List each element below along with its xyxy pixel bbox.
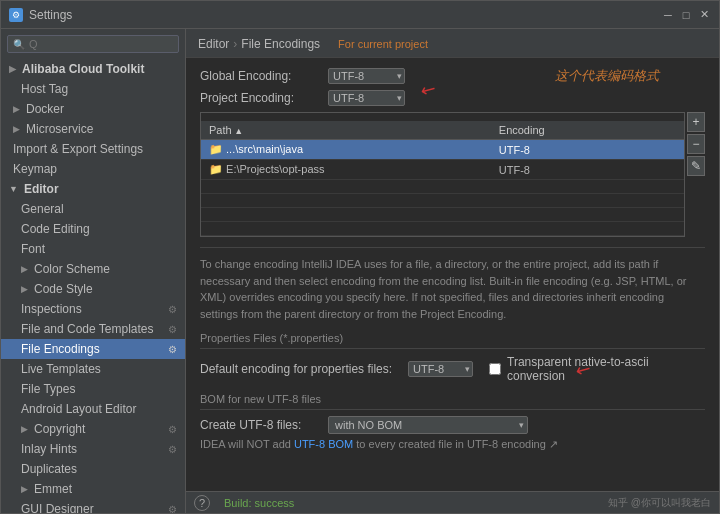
col-path[interactable]: Path: [201, 121, 491, 140]
annotation-text: 这个代表编码格式: [555, 67, 659, 85]
sidebar: 🔍 ▶ Alibaba Cloud Toolkit Host Tag ▶ Doc…: [1, 29, 186, 513]
sidebar-item-label: Duplicates: [21, 462, 77, 476]
transparent-conversion-checkbox[interactable]: [489, 363, 501, 375]
sidebar-item-file-encodings[interactable]: File Encodings ⚙: [1, 339, 185, 359]
bom-info-text: IDEA will NOT add UTF-8 BOM to every cre…: [200, 438, 705, 451]
sidebar-item-copyright[interactable]: ▶ Copyright ⚙: [1, 419, 185, 439]
sidebar-item-label: Import & Export Settings: [13, 142, 143, 156]
table-cell-path: 📁 E:\Projects\opt-pass: [201, 160, 491, 180]
breadcrumb-current: File Encodings: [241, 37, 320, 51]
table-row-empty: [201, 180, 684, 194]
sidebar-item-general[interactable]: General: [1, 199, 185, 219]
close-button[interactable]: ✕: [697, 8, 711, 22]
sidebar-item-label: Font: [21, 242, 45, 256]
gear-icon: ⚙: [168, 344, 177, 355]
arrow-icon: ▶: [21, 424, 28, 434]
path-value: ...\src\main\java: [226, 143, 303, 155]
search-box[interactable]: 🔍: [7, 35, 179, 53]
sidebar-item-label: Color Scheme: [34, 262, 110, 276]
sidebar-item-label: File Encodings: [21, 342, 100, 356]
window-title: Settings: [29, 8, 72, 22]
breadcrumb-parent: Editor: [198, 37, 229, 51]
sidebar-section: ▶ Alibaba Cloud Toolkit Host Tag ▶ Docke…: [1, 59, 185, 513]
sidebar-item-android-layout[interactable]: Android Layout Editor: [1, 399, 185, 419]
gear-icon: ⚙: [168, 424, 177, 435]
search-input[interactable]: [29, 38, 173, 50]
edit-row-button[interactable]: ✎: [687, 156, 705, 176]
properties-encoding-row: Default encoding for properties files: U…: [200, 355, 705, 383]
sidebar-item-label: Live Templates: [21, 362, 101, 376]
bom-link[interactable]: UTF-8 BOM: [294, 438, 353, 450]
sidebar-item-duplicates[interactable]: Duplicates: [1, 459, 185, 479]
sidebar-item-label: Inlay Hints: [21, 442, 77, 456]
panel-header: Editor › File Encodings For current proj…: [186, 29, 719, 58]
table-cell-path: 📁 ...\src\main\java: [201, 140, 491, 160]
title-controls: ─ □ ✕: [661, 8, 711, 22]
search-icon: 🔍: [13, 39, 25, 50]
properties-section-title: Properties Files (*.properties): [200, 332, 705, 349]
title-bar: ⚙ Settings ─ □ ✕: [1, 1, 719, 29]
table-cell-encoding: UTF-8: [491, 140, 684, 160]
bom-section: BOM for new UTF-8 files Create UTF-8 fil…: [200, 393, 705, 451]
sidebar-item-label: Code Style: [34, 282, 93, 296]
sidebar-item-host-tag[interactable]: Host Tag: [1, 79, 185, 99]
sidebar-item-file-code-templates[interactable]: File and Code Templates ⚙: [1, 319, 185, 339]
watermark: 知乎 @你可以叫我老白: [608, 496, 711, 510]
transparent-conversion-row: Transparent native-to-ascii conversion: [489, 355, 705, 383]
sidebar-item-label: Android Layout Editor: [21, 402, 136, 416]
remove-row-button[interactable]: −: [687, 134, 705, 154]
sidebar-item-label: Inspections: [21, 302, 82, 316]
sidebar-item-code-editing[interactable]: Code Editing: [1, 219, 185, 239]
arrow-icon: ▶: [21, 264, 28, 274]
breadcrumb: Editor › File Encodings: [198, 37, 320, 51]
maximize-button[interactable]: □: [679, 8, 693, 22]
sidebar-item-keymap[interactable]: Keymap: [1, 159, 185, 179]
project-encoding-label: Project Encoding:: [200, 91, 320, 105]
sidebar-item-code-style[interactable]: ▶ Code Style: [1, 279, 185, 299]
sidebar-item-file-types[interactable]: File Types: [1, 379, 185, 399]
gear-icon: ⚙: [168, 304, 177, 315]
sidebar-item-editor[interactable]: ▼ Editor: [1, 179, 185, 199]
sidebar-item-inspections[interactable]: Inspections ⚙: [1, 299, 185, 319]
project-encoding-dropdown[interactable]: UTF-8 UTF-16 ISO-8859-1: [328, 90, 405, 106]
minimize-button[interactable]: ─: [661, 8, 675, 22]
col-encoding[interactable]: Encoding: [491, 121, 684, 140]
sidebar-item-microservice[interactable]: ▶ Microservice: [1, 119, 185, 139]
create-utf8-dropdown-wrap: with NO BOM with BOM with BOM (Windows): [328, 416, 528, 434]
sidebar-item-color-scheme[interactable]: ▶ Color Scheme: [1, 259, 185, 279]
arrow-icon: ▶: [21, 484, 28, 494]
add-row-button[interactable]: +: [687, 112, 705, 132]
sidebar-item-import-export[interactable]: Import & Export Settings: [1, 139, 185, 159]
sidebar-item-label: Code Editing: [21, 222, 90, 236]
sidebar-item-emmet[interactable]: ▶ Emmet: [1, 479, 185, 499]
create-utf8-dropdown[interactable]: with NO BOM with BOM with BOM (Windows): [328, 416, 528, 434]
bom-info-suffix: to every created file in UTF-8 encoding …: [356, 438, 558, 450]
sidebar-item-label: GUI Designer: [21, 502, 94, 513]
sidebar-item-label: General: [21, 202, 64, 216]
sidebar-item-live-templates[interactable]: Live Templates: [1, 359, 185, 379]
build-status: Build: success: [224, 497, 294, 509]
sidebar-item-docker[interactable]: ▶ Docker: [1, 99, 185, 119]
settings-icon: ⚙: [9, 8, 23, 22]
help-button[interactable]: ?: [194, 495, 210, 511]
properties-encoding-dropdown[interactable]: UTF-8 UTF-16: [408, 361, 473, 377]
table-row[interactable]: 📁 E:\Projects\opt-pass UTF-8: [201, 160, 684, 180]
bom-section-title: BOM for new UTF-8 files: [200, 393, 705, 410]
sidebar-item-inlay-hints[interactable]: Inlay Hints ⚙: [1, 439, 185, 459]
global-encoding-dropdown[interactable]: UTF-8 UTF-16 ISO-8859-1: [328, 68, 405, 84]
path-value: E:\Projects\opt-pass: [226, 163, 324, 175]
gear-icon: ⚙: [168, 444, 177, 455]
sidebar-item-gui-designer[interactable]: GUI Designer ⚙: [1, 499, 185, 513]
default-encoding-label: Default encoding for properties files:: [200, 362, 400, 376]
sidebar-item-alibaba[interactable]: ▶ Alibaba Cloud Toolkit: [1, 59, 185, 79]
sidebar-item-label: File and Code Templates: [21, 322, 154, 336]
bom-info-content: IDEA will NOT add: [200, 438, 294, 450]
sidebar-item-font[interactable]: Font: [1, 239, 185, 259]
folder-icon: 📁: [209, 143, 226, 155]
encoding-table-wrap: Path Encoding 📁 ...\src\main\java: [200, 112, 685, 237]
table-side-buttons: + − ✎: [687, 112, 705, 176]
main-content: 🔍 ▶ Alibaba Cloud Toolkit Host Tag ▶ Doc…: [1, 29, 719, 513]
table-row[interactable]: 📁 ...\src\main\java UTF-8: [201, 140, 684, 160]
for-current-project[interactable]: For current project: [338, 38, 428, 50]
sidebar-item-label: File Types: [21, 382, 75, 396]
